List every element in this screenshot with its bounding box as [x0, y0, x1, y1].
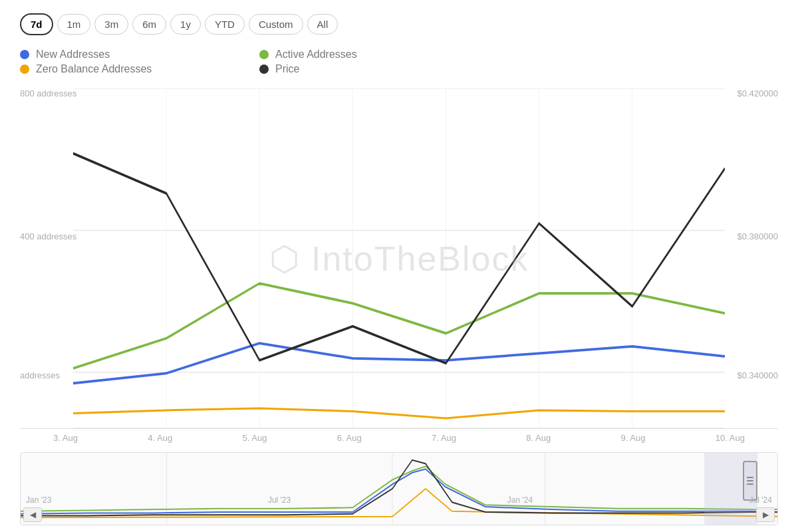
x-label-10aug: 10. Aug: [716, 433, 745, 443]
main-chart: 800 addresses 400 addresses addresses $0…: [20, 88, 778, 428]
time-btn-all[interactable]: All: [307, 14, 338, 35]
legend-item-new-addresses: New Addresses: [20, 49, 246, 61]
minimap-label-jan24: Jan '24: [507, 495, 533, 505]
chart-legend: New AddressesActive AddressesZero Balanc…: [20, 49, 485, 75]
time-btn-6m[interactable]: 6m: [132, 14, 166, 35]
x-axis: 3. Aug 4. Aug 5. Aug 6. Aug 7. Aug 8. Au…: [20, 428, 778, 447]
legend-item-zero-balance-addresses: Zero Balance Addresses: [20, 63, 246, 75]
minimap-label-jan23: Jan '23: [26, 495, 51, 505]
y-label-price-high: $0.420000: [737, 88, 778, 98]
nav-right-button[interactable]: ▶: [756, 507, 775, 522]
time-btn-custom[interactable]: Custom: [249, 14, 303, 35]
legend-label-price: Price: [275, 63, 299, 75]
legend-dot-price: [259, 65, 269, 74]
time-range-selector: 7d1m3m6m1yYTDCustomAll: [20, 13, 778, 35]
y-label-0: addresses: [20, 370, 60, 380]
y-label-800: 800 addresses: [20, 88, 76, 98]
legend-label-new-addresses: New Addresses: [36, 49, 110, 61]
x-label-4aug: 4. Aug: [148, 433, 172, 443]
time-btn-1m[interactable]: 1m: [57, 14, 91, 35]
x-label-9aug: 9. Aug: [621, 433, 646, 443]
scroll-handle-grip: [747, 477, 753, 485]
y-label-price-low: $0.340000: [737, 370, 778, 380]
x-label-8aug: 8. Aug: [526, 433, 551, 443]
x-label-3aug: 3. Aug: [53, 433, 78, 443]
time-btn-ytd[interactable]: YTD: [205, 14, 245, 35]
chart-svg: [20, 88, 778, 428]
legend-label-zero-balance-addresses: Zero Balance Addresses: [36, 63, 152, 75]
time-btn-7d[interactable]: 7d: [20, 13, 53, 35]
x-label-7aug: 7. Aug: [432, 433, 456, 443]
minimap-x-labels: Jan '23 Jul '23 Jan '24 Jul '24: [21, 495, 777, 505]
y-label-400: 400 addresses: [20, 231, 76, 241]
x-label-6aug: 6. Aug: [337, 433, 362, 443]
chart-area: 800 addresses 400 addresses addresses $0…: [20, 88, 778, 525]
legend-dot-new-addresses: [20, 50, 29, 59]
x-label-5aug: 5. Aug: [243, 433, 267, 443]
scroll-handle[interactable]: [743, 461, 757, 501]
time-btn-3m[interactable]: 3m: [94, 14, 128, 35]
time-btn-1y[interactable]: 1y: [170, 14, 201, 35]
y-label-price-mid: $0.380000: [737, 231, 778, 241]
legend-dot-active-addresses: [259, 50, 269, 59]
legend-item-active-addresses: Active Addresses: [259, 49, 485, 61]
legend-item-price: Price: [259, 63, 485, 75]
minimap[interactable]: Jan '23 Jul '23 Jan '24 Jul '24 ◀ ▶: [20, 452, 778, 525]
minimap-nav: ◀ ▶: [21, 507, 777, 522]
legend-dot-zero-balance-addresses: [20, 65, 29, 74]
nav-left-button[interactable]: ◀: [23, 507, 42, 522]
legend-label-active-addresses: Active Addresses: [275, 49, 357, 61]
minimap-label-jul23: Jul '23: [268, 495, 291, 505]
